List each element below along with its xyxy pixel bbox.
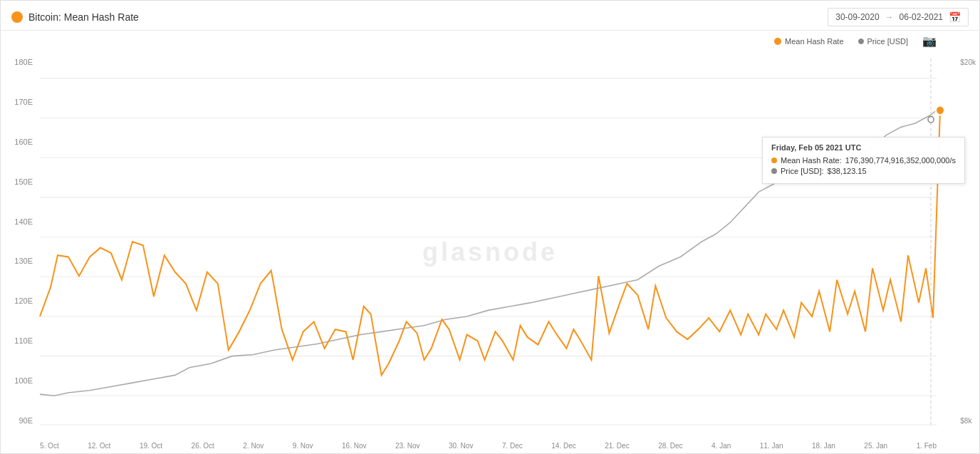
x-label-10: 14. Dec: [551, 442, 575, 450]
x-label-6: 16. Nov: [342, 442, 366, 450]
date-from: 30-09-2020: [835, 12, 879, 22]
x-label-17: 1. Feb: [917, 442, 937, 450]
legend-price-usd-label: Price [USD]: [867, 37, 908, 46]
price-tooltip-dot: [928, 116, 934, 123]
legend-mean-hash-rate-label: Mean Hash Rate: [785, 37, 844, 46]
legend-orange-dot: [774, 38, 781, 45]
title-text: Bitcoin: Mean Hash Rate: [28, 11, 139, 23]
x-axis: 5. Oct 12. Oct 19. Oct 26. Oct 2. Nov 9.…: [40, 442, 937, 450]
hash-rate-line: [40, 110, 940, 376]
x-label-12: 28. Dec: [658, 442, 682, 450]
x-label-1: 12. Oct: [88, 442, 110, 450]
y-label-110: 110E: [14, 337, 33, 345]
x-label-2: 19. Oct: [140, 442, 162, 450]
y-label-100: 100E: [14, 377, 33, 385]
chart-area: 180E 170E 160E 150E 140E 130E 120E 110E …: [1, 51, 979, 453]
y-label-right-8k: $8k: [960, 417, 971, 425]
x-label-13: 4. Jan: [711, 442, 731, 450]
bitcoin-icon: [11, 11, 23, 23]
chart-svg: [40, 58, 937, 425]
y-label-160: 160E: [14, 138, 33, 146]
legend: Mean Hash Rate Price [USD] 📷: [1, 31, 979, 51]
date-range-picker[interactable]: 30-09-2020 → 06-02-2021 📅: [828, 8, 969, 26]
y-label-150: 150E: [14, 178, 33, 186]
hash-rate-tooltip-dot: [936, 105, 944, 115]
x-label-9: 7. Dec: [502, 442, 523, 450]
x-label-16: 25. Jan: [864, 442, 887, 450]
calendar-icon[interactable]: 📅: [949, 11, 961, 23]
x-label-7: 23. Nov: [395, 442, 419, 450]
y-axis-left: 180E 170E 160E 150E 140E 130E 120E 110E …: [1, 58, 36, 425]
date-to: 06-02-2021: [900, 12, 943, 22]
y-label-180: 180E: [14, 58, 33, 66]
x-label-14: 11. Jan: [760, 442, 783, 450]
x-label-15: 18. Jan: [812, 442, 835, 450]
price-line: [40, 110, 937, 396]
y-label-140: 140E: [14, 218, 33, 226]
x-label-0: 5. Oct: [40, 442, 59, 450]
x-label-11: 21. Dec: [605, 442, 629, 450]
y-label-130: 130E: [14, 257, 33, 265]
x-label-5: 9. Nov: [293, 442, 313, 450]
y-label-right-20k: $20k: [960, 58, 976, 66]
legend-price-usd: Price [USD]: [858, 37, 908, 46]
x-label-8: 30. Nov: [449, 442, 473, 450]
chart-container: Bitcoin: Mean Hash Rate 30-09-2020 → 06-…: [0, 0, 980, 454]
legend-gray-dot: [858, 38, 864, 44]
x-label-4: 2. Nov: [243, 442, 264, 450]
y-axis-right: $20k $8k: [960, 58, 976, 425]
y-label-90: 90E: [19, 417, 33, 425]
chart-header: Bitcoin: Mean Hash Rate 30-09-2020 → 06-…: [1, 1, 979, 31]
camera-icon[interactable]: 📷: [922, 34, 937, 48]
y-label-170: 170E: [14, 98, 33, 106]
date-arrow: →: [885, 12, 894, 22]
x-label-3: 26. Oct: [192, 442, 214, 450]
y-label-120: 120E: [14, 297, 33, 305]
legend-mean-hash-rate: Mean Hash Rate: [774, 37, 844, 46]
chart-title: Bitcoin: Mean Hash Rate: [11, 11, 139, 23]
